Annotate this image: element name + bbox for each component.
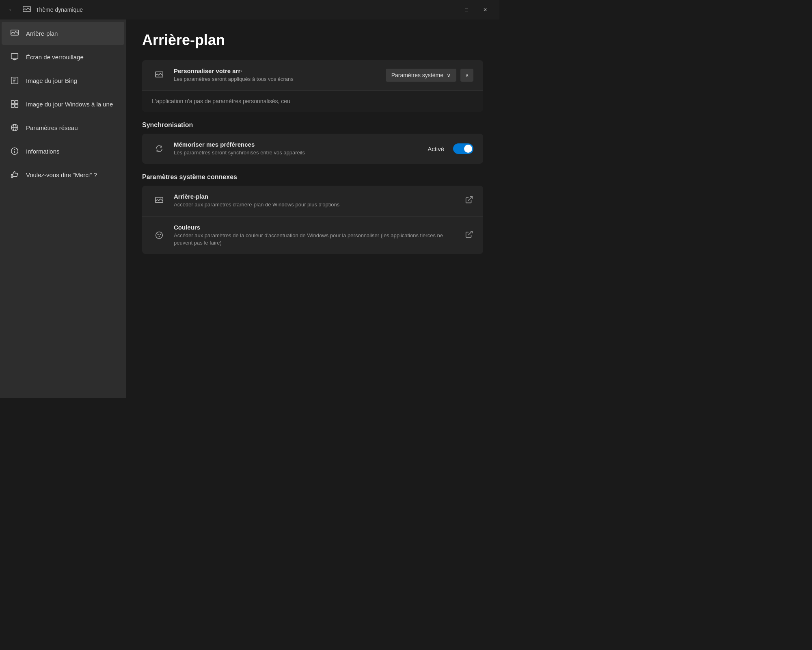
sidebar-label-informations: Informations	[26, 148, 60, 155]
personalisation-title: Personnaliser votre arr·	[174, 67, 379, 74]
svg-rect-7	[15, 104, 18, 107]
svg-point-17	[158, 234, 159, 235]
sidebar: Arrière-plan Écran de verrouillage Image…	[0, 20, 126, 398]
synchronisation-toggle[interactable]	[453, 143, 473, 154]
window-controls: — □ ✕	[438, 3, 495, 16]
related-colors-icon	[152, 228, 166, 243]
maximize-button[interactable]: □	[457, 3, 476, 16]
image-icon	[9, 28, 20, 39]
personalisation-card: Personnaliser votre arr· Les paramètres …	[142, 60, 483, 112]
svg-point-18	[160, 234, 161, 235]
back-button[interactable]: ←	[5, 3, 18, 16]
toggle-knob	[464, 145, 472, 153]
synchronisation-action: Activé	[428, 143, 473, 154]
dropdown-chevron-icon: ∨	[447, 72, 451, 78]
related-arriere-plan-title: Arrière-plan	[174, 193, 461, 200]
personalisation-icon	[152, 68, 166, 82]
svg-rect-6	[11, 104, 14, 107]
sidebar-label-ecran-verrouillage: Écran de verrouillage	[26, 54, 84, 61]
svg-line-20	[468, 231, 472, 235]
sidebar-item-arriere-plan[interactable]: Arrière-plan	[2, 22, 124, 45]
sidebar-item-image-bing[interactable]: Image du jour Bing	[2, 69, 124, 92]
app-title: Thème dynamique	[36, 6, 438, 13]
svg-rect-5	[15, 101, 18, 104]
svg-point-19	[159, 236, 160, 237]
thumbsup-icon	[9, 169, 20, 180]
synchronisation-content: Mémoriser mes préférences Les paramètres…	[174, 141, 421, 156]
main-container: Arrière-plan Écran de verrouillage Image…	[0, 20, 499, 398]
right-panel: Arrière-plan Personnaliser votre arr· Le…	[126, 20, 499, 398]
info-banner: L'application n'a pas de paramètres pers…	[142, 91, 483, 112]
sidebar-label-image-windows: Image du jour Windows à la une	[26, 101, 113, 108]
title-bar: ← Thème dynamique — □ ✕	[0, 0, 499, 20]
synchronisation-title: Mémoriser mes préférences	[174, 141, 421, 148]
related-arriere-plan-content: Arrière-plan Accéder aux paramètres d'ar…	[174, 193, 461, 208]
toggle-label: Activé	[428, 145, 444, 152]
sidebar-item-informations[interactable]: Informations	[2, 140, 124, 162]
related-image-icon	[152, 193, 166, 208]
close-button[interactable]: ✕	[476, 3, 495, 16]
network-icon	[9, 122, 20, 133]
sidebar-label-merci: Voulez-vous dire "Merci" ?	[26, 171, 97, 178]
svg-point-12	[15, 150, 15, 150]
info-icon	[9, 145, 20, 157]
synchronisation-desc: Les paramètres seront synchronisés entre…	[174, 149, 421, 156]
sync-icon	[152, 141, 166, 156]
related-couleurs-content: Couleurs Accéder aux paramètres de la co…	[174, 224, 461, 247]
external-link-icon-arriere	[464, 195, 473, 206]
sidebar-item-image-windows[interactable]: Image du jour Windows à la une	[2, 93, 124, 115]
svg-rect-2	[11, 54, 18, 59]
related-settings-card: Arrière-plan Accéder aux paramètres d'ar…	[142, 186, 483, 254]
personalisation-action: Paramètres système ∨ ∧	[386, 69, 473, 82]
personalisation-row: Personnaliser votre arr· Les paramètres …	[142, 60, 483, 91]
sidebar-label-arriere-plan: Arrière-plan	[26, 30, 58, 37]
personalisation-desc: Les paramètres seront appliqués à tous v…	[174, 76, 379, 83]
sidebar-item-parametres-reseau[interactable]: Paramètres réseau	[2, 116, 124, 139]
personalisation-content: Personnaliser votre arr· Les paramètres …	[174, 67, 379, 83]
svg-line-15	[468, 197, 472, 201]
related-settings-title: Paramètres système connexes	[142, 173, 483, 181]
system-params-dropdown[interactable]: Paramètres système ∨	[386, 69, 456, 82]
sidebar-item-merci[interactable]: Voulez-vous dire "Merci" ?	[2, 163, 124, 186]
synchronisation-row: Mémoriser mes préférences Les paramètres…	[142, 134, 483, 164]
external-link-icon-couleurs	[464, 230, 473, 240]
bing-icon	[9, 75, 20, 86]
page-title: Arrière-plan	[142, 32, 483, 49]
svg-point-16	[156, 232, 163, 239]
app-icon	[22, 5, 32, 15]
windows-icon	[9, 98, 20, 110]
sidebar-label-image-bing: Image du jour Bing	[26, 77, 77, 84]
collapse-button[interactable]: ∧	[460, 69, 473, 82]
related-arriere-plan-desc: Accéder aux paramètres d'arrière-plan de…	[174, 201, 461, 208]
synchronisation-section-title: Synchronisation	[142, 121, 483, 129]
synchronisation-card: Mémoriser mes préférences Les paramètres…	[142, 134, 483, 164]
related-couleurs-title: Couleurs	[174, 224, 461, 231]
sidebar-item-ecran-verrouillage[interactable]: Écran de verrouillage	[2, 46, 124, 68]
sidebar-label-parametres-reseau: Paramètres réseau	[26, 124, 78, 131]
related-arriere-plan-row[interactable]: Arrière-plan Accéder aux paramètres d'ar…	[142, 186, 483, 216]
related-couleurs-desc: Accéder aux paramètres de la couleur d'a…	[174, 232, 461, 247]
minimize-button[interactable]: —	[438, 3, 457, 16]
lock-screen-icon	[9, 51, 20, 63]
related-couleurs-row[interactable]: Couleurs Accéder aux paramètres de la co…	[142, 217, 483, 254]
svg-rect-4	[11, 101, 14, 104]
